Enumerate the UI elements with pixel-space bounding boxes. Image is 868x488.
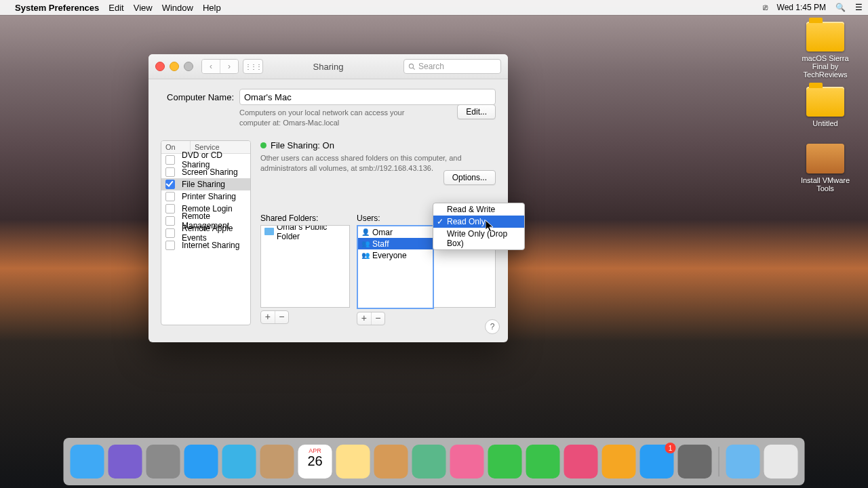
- titlebar[interactable]: ‹ › ⋮⋮⋮ Sharing Search: [149, 54, 508, 79]
- user-row[interactable]: 👥Staff: [358, 238, 433, 249]
- status-subtext: Other users can access shared folders on…: [260, 153, 464, 174]
- folder-icon: [806, 87, 844, 117]
- menu-window[interactable]: Window: [162, 3, 193, 13]
- desktop: System Preferences Edit View Window Help…: [0, 0, 868, 488]
- desktop-icon[interactable]: macOS Sierra Final by TechReviews: [795, 22, 856, 79]
- service-row[interactable]: DVD or CD Sharing: [161, 154, 250, 166]
- checkbox[interactable]: [165, 216, 175, 226]
- add-folder-button[interactable]: +: [261, 311, 275, 323]
- services-list: On Service DVD or CD SharingScreen Shari…: [161, 140, 251, 326]
- service-label: Internet Sharing: [182, 241, 239, 250]
- dock-siri[interactable]: [108, 445, 142, 479]
- dock-mail[interactable]: [222, 445, 256, 479]
- checkbox[interactable]: [165, 228, 175, 238]
- notification-center-icon[interactable]: ☰: [855, 3, 863, 12]
- dock-itunes[interactable]: [564, 445, 598, 479]
- service-label: Printer Sharing: [182, 192, 236, 201]
- dock-messages[interactable]: [488, 445, 522, 479]
- help-button[interactable]: ?: [485, 319, 500, 334]
- service-row[interactable]: Printer Sharing: [161, 190, 250, 203]
- menu-edit[interactable]: Edit: [108, 3, 123, 13]
- checkbox[interactable]: [165, 192, 175, 201]
- dock-facetime[interactable]: [526, 445, 560, 479]
- dock-calendar[interactable]: APR26: [298, 445, 332, 479]
- group-icon: 👥: [361, 240, 370, 247]
- service-label: File Sharing: [182, 180, 225, 189]
- desktop-icon-label: Install VMware Tools: [795, 176, 856, 192]
- checkbox[interactable]: [165, 204, 175, 214]
- checkbox[interactable]: [165, 241, 175, 250]
- search-placeholder: Search: [418, 62, 444, 71]
- service-row[interactable]: File Sharing: [161, 178, 250, 190]
- nav-buttons: ‹ ›: [201, 59, 239, 74]
- show-all-button[interactable]: ⋮⋮⋮: [243, 59, 263, 74]
- dock-maps[interactable]: [412, 445, 446, 479]
- add-remove-users: + −: [357, 312, 385, 325]
- desktop-icon[interactable]: Untitled: [795, 87, 856, 127]
- badge: 1: [665, 443, 676, 453]
- permission-menu-item[interactable]: Read & Write: [433, 203, 524, 216]
- forward-button[interactable]: ›: [220, 60, 238, 73]
- add-user-button[interactable]: +: [357, 312, 371, 325]
- service-label: Remote Apple Events: [182, 224, 246, 243]
- users-list[interactable]: 👤Omar👥Staff👥Everyone: [357, 225, 434, 309]
- dock-safari[interactable]: [184, 445, 218, 479]
- dock-ibooks[interactable]: [602, 445, 636, 479]
- service-label: Screen Sharing: [182, 167, 238, 177]
- permission-menu-item[interactable]: Read Only: [433, 216, 524, 228]
- shared-folders-label: Shared Folders:: [260, 214, 350, 223]
- spotlight-icon[interactable]: 🔍: [835, 3, 846, 12]
- checkbox[interactable]: [165, 180, 175, 189]
- dock-photos[interactable]: [450, 445, 484, 479]
- options-button[interactable]: Options...: [443, 170, 496, 185]
- folder-icon: [806, 22, 844, 52]
- permission-menu: Read & WriteRead OnlyWrite Only (Drop Bo…: [433, 203, 525, 250]
- remove-folder-button[interactable]: −: [275, 311, 289, 323]
- folder-icon: [264, 228, 274, 235]
- person-icon: 👤: [361, 228, 370, 236]
- dock-launchpad[interactable]: [146, 445, 180, 479]
- edit-button[interactable]: Edit...: [457, 104, 496, 119]
- menubar-app-name[interactable]: System Preferences: [15, 3, 99, 13]
- list-item[interactable]: Omar's Public Folder: [261, 226, 349, 237]
- permission-menu-item[interactable]: Write Only (Drop Box): [433, 228, 524, 249]
- service-row[interactable]: Remote Apple Events: [161, 227, 250, 239]
- close-button[interactable]: [155, 62, 165, 71]
- service-row[interactable]: Internet Sharing: [161, 239, 250, 251]
- status-dot-icon: [260, 142, 267, 148]
- dock-downloads[interactable]: [726, 445, 760, 479]
- zoom-button[interactable]: [184, 62, 193, 71]
- desktop-icon-label: macOS Sierra Final by TechReviews: [795, 54, 856, 79]
- package-icon: [806, 144, 844, 174]
- computer-name-input[interactable]: [239, 89, 496, 105]
- menu-help[interactable]: Help: [203, 3, 221, 13]
- dock-separator: [719, 447, 719, 476]
- menubar: System Preferences Edit View Window Help…: [0, 0, 868, 15]
- minimize-button[interactable]: [170, 62, 179, 71]
- dock-trash[interactable]: [764, 445, 798, 479]
- desktop-icon[interactable]: Install VMware Tools: [795, 144, 856, 192]
- menu-view[interactable]: View: [134, 3, 153, 13]
- service-row[interactable]: Screen Sharing: [161, 166, 250, 178]
- search-input[interactable]: Search: [403, 59, 501, 74]
- service-label: DVD or CD Sharing: [182, 150, 246, 169]
- svg-line-1: [413, 67, 415, 69]
- dock-reminders[interactable]: [374, 445, 408, 479]
- shared-folders-list[interactable]: Omar's Public Folder: [260, 225, 350, 308]
- remove-user-button[interactable]: −: [371, 312, 385, 325]
- back-button[interactable]: ‹: [202, 60, 220, 73]
- checkbox[interactable]: [165, 155, 175, 165]
- dock-finder[interactable]: [71, 445, 104, 479]
- computer-name-label: Computer Name:: [161, 92, 234, 102]
- menubar-clock[interactable]: Wed 1:45 PM: [777, 3, 826, 12]
- group-icon: 👥: [361, 251, 370, 259]
- dock-contacts[interactable]: [260, 445, 294, 479]
- user-row[interactable]: 👥Everyone: [358, 249, 433, 261]
- dock-app-store[interactable]: 1: [640, 445, 674, 479]
- sharing-window: ‹ › ⋮⋮⋮ Sharing Search Computer Name: Co…: [149, 54, 508, 342]
- airplay-icon[interactable]: ⎚: [763, 3, 768, 12]
- user-row[interactable]: 👤Omar: [358, 226, 433, 238]
- dock-notes[interactable]: [336, 445, 370, 479]
- dock-system-preferences[interactable]: [678, 445, 712, 479]
- checkbox[interactable]: [165, 167, 175, 177]
